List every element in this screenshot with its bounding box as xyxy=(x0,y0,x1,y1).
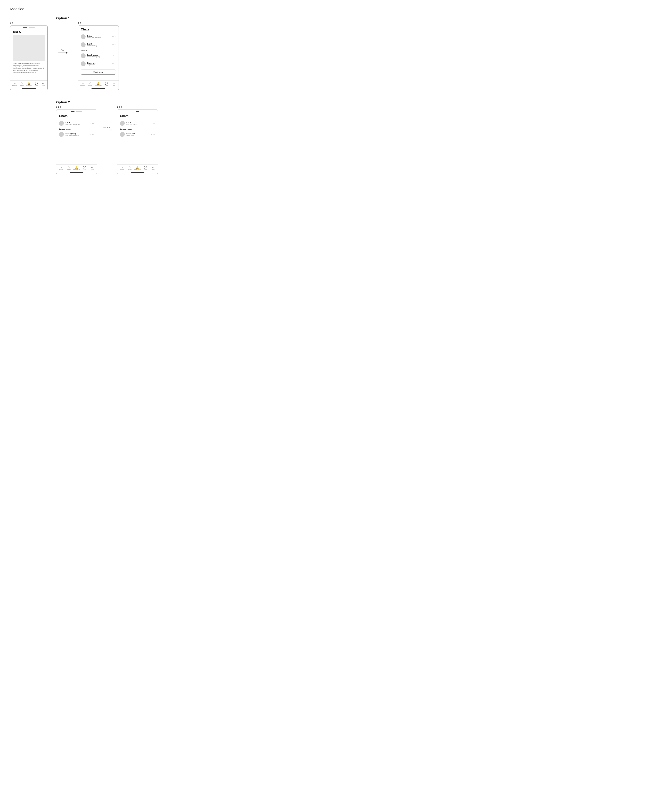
nav-location-21[interactable]: ⊙ Location xyxy=(11,82,18,86)
chat-info-kida-222: Kid A Hello Mom, where are ... xyxy=(66,122,88,125)
create-group-button[interactable]: Create group xyxy=(81,70,116,75)
nav-notifications-21[interactable]: 🔔 Notifications xyxy=(26,82,32,86)
nav-more-222[interactable]: ••• More xyxy=(89,166,95,170)
chats-icon-222: 💬 xyxy=(83,166,86,169)
nav-more-21[interactable]: ••• More xyxy=(40,82,46,86)
swipe-label: Swipe left xyxy=(103,126,111,128)
nav-more-22[interactable]: ••• More xyxy=(111,82,117,86)
screen-223-phone: Chats Kid B Happy birthday! 21 Dec Sarah… xyxy=(117,110,158,174)
nav-notifications-223[interactable]: 🔔 Notifications xyxy=(134,166,141,170)
screen-21-label: 2.1 xyxy=(10,22,48,24)
chat-item-family-222[interactable]: Family group Happy Thanksgiving 24 Nov xyxy=(59,131,94,138)
chat-item-kida-222[interactable]: Kid A Hello Mom, where are ... 22 Dec xyxy=(59,120,94,127)
chat-info-family: Family group Happy thanksgiving xyxy=(87,54,110,58)
nav-chats-22[interactable]: 💬 Chats xyxy=(103,82,109,86)
screen-22-content: Chats Kid A Hello Mom, where are ... 22 … xyxy=(78,26,118,80)
location-label-223: Location xyxy=(120,169,124,170)
nav-friends-21[interactable]: ⚇ Friends xyxy=(19,82,25,86)
chat-item-picnic-223[interactable]: Picnic trip All packed? 20 Nov xyxy=(120,131,155,138)
status-bar-segment2 xyxy=(29,27,35,27)
location-label-222: Location xyxy=(59,169,63,170)
friends-label-22: Friends xyxy=(88,85,92,86)
chat-info-family-222: Family group Happy Thanksgiving xyxy=(66,133,88,136)
chat-preview-kidb: Happy birthday! xyxy=(87,45,110,46)
nav-friends-223[interactable]: ⚇ Friends xyxy=(126,166,133,170)
nav-location-223[interactable]: ⊙ Location xyxy=(119,166,125,170)
location-icon-223: ⊙ xyxy=(121,166,123,169)
avatar-picnic-223 xyxy=(120,132,125,137)
nav-friends-22[interactable]: ⚇ Friends xyxy=(87,82,93,86)
chat-preview-family-222: Happy Thanksgiving xyxy=(66,134,88,136)
friends-icon-222: ⚇ xyxy=(67,166,70,169)
profile-bio: Lorem ipsum dolor sit amet, consectetur … xyxy=(13,62,45,74)
chat-item-picnic[interactable]: Picnic trip All packed? 20 Nov xyxy=(81,61,116,67)
chat-date-family-222: 24 Nov xyxy=(90,134,94,135)
more-icon: ••• xyxy=(42,82,45,85)
chat-preview-kida-222: Hello Mom, where are ... xyxy=(66,123,88,125)
chats-icon-223: 💬 xyxy=(144,166,147,169)
nav-notifications-22[interactable]: 🔔 Notifications xyxy=(95,82,102,86)
option1-section: Option 1 2.1 Kid A Lorem ipsum dolor sit… xyxy=(10,16,662,90)
nav-chats-223[interactable]: 💬 Chats xyxy=(142,166,149,170)
chat-name-kidb-223: Kid B xyxy=(126,122,149,123)
friends-icon: ⚇ xyxy=(21,82,23,85)
chats-title-223: Chats xyxy=(120,114,155,118)
chat-info-kidb: Kid B Happy birthday! xyxy=(87,43,110,46)
status-222-seg2 xyxy=(76,111,82,112)
avatar-kidb xyxy=(81,42,86,47)
chat-item-family[interactable]: Family group Happy thanksgiving 24 Nov xyxy=(81,53,116,59)
location-icon: ⊙ xyxy=(14,82,16,85)
avatar-family xyxy=(81,53,86,58)
option2-section: Option 2 2.2.2 Chats Kid A Hello Mom, wh… xyxy=(10,100,662,174)
location-icon-222: ⊙ xyxy=(60,166,62,169)
screen-223-label: 2.2.3 xyxy=(117,106,158,109)
nav-chats-222[interactable]: 💬 Chats xyxy=(82,166,88,170)
home-indicator-22 xyxy=(78,87,118,90)
profile-image xyxy=(13,35,45,61)
screen-223-col: 2.2.3 Chats Kid B Happy birthday! 21 Dec xyxy=(117,106,158,174)
more-icon-223: ••• xyxy=(152,166,154,169)
groups-label-222: Sarah's groups xyxy=(59,128,94,130)
nav-chats-21[interactable]: 💬 Chats xyxy=(33,82,39,86)
groups-label-22: Groups xyxy=(81,50,116,51)
avatar-picnic xyxy=(81,61,86,66)
nav-friends-222[interactable]: ⚇ Friends xyxy=(66,166,72,170)
option1-title: Option 1 xyxy=(56,16,662,20)
notifications-label-223: Notifications xyxy=(134,169,141,170)
nav-location-222[interactable]: ⊙ Location xyxy=(58,166,64,170)
chat-item-kidb-223[interactable]: Kid B Happy birthday! 21 Dec xyxy=(120,120,155,127)
notifications-icon: 🔔 xyxy=(27,82,30,85)
chat-date-kida-222: 22 Dec xyxy=(90,123,94,124)
chat-preview-picnic: All packed? xyxy=(87,64,110,66)
arrow-line xyxy=(58,53,66,53)
tap-label: Tap xyxy=(61,49,64,51)
status-bar-segment1 xyxy=(23,27,27,27)
chat-date-picnic: 20 Nov xyxy=(112,63,116,65)
chat-info-kidb-223: Kid B Happy birthday! xyxy=(126,122,149,125)
arrow-head xyxy=(66,52,68,54)
nav-location-22[interactable]: ⊙ Location xyxy=(80,82,86,86)
swipe-arrow: Swipe left xyxy=(97,106,117,131)
chat-date-kida: 22 Dec xyxy=(112,36,116,38)
chats-title-22: Chats xyxy=(81,28,116,31)
nav-notifications-222[interactable]: 🔔 Notifications xyxy=(73,166,80,170)
screen-21-content: Kid A Lorem ipsum dolor sit amet, consec… xyxy=(10,28,48,80)
screen-222-phone: Chats Kid A Hello Mom, where are ... 22 … xyxy=(56,110,97,174)
chat-item-kidb[interactable]: Kid B Happy birthday! 21 Dec xyxy=(81,42,116,48)
chats-icon: 💬 xyxy=(35,82,38,85)
location-label-21: Location xyxy=(13,85,17,86)
home-indicator-223 xyxy=(117,171,158,174)
chat-item-kida[interactable]: Kid A Hello Mom, where are ... 22 Dec xyxy=(81,34,116,40)
arrow-shape xyxy=(58,52,68,54)
chat-preview-picnic-223: All packed? xyxy=(126,134,149,136)
screen-22-phone: Chats Kid A Hello Mom, where are ... 22 … xyxy=(78,26,119,90)
chats-title-222: Chats xyxy=(59,114,94,118)
chat-name-family-222: Family group xyxy=(66,133,88,134)
avatar-kida-222 xyxy=(59,121,64,126)
bottom-nav-21: ⊙ Location ⚇ Friends 🔔 Notifications 💬 C… xyxy=(10,80,48,87)
nav-more-223[interactable]: ••• More xyxy=(150,166,156,170)
avatar-family-222 xyxy=(59,132,64,137)
bottom-nav-22: ⊙ Location ⚇ Friends 🔔 Notifications 💬 C… xyxy=(78,80,118,87)
home-bar-223 xyxy=(131,172,144,173)
home-indicator-222 xyxy=(56,171,97,174)
